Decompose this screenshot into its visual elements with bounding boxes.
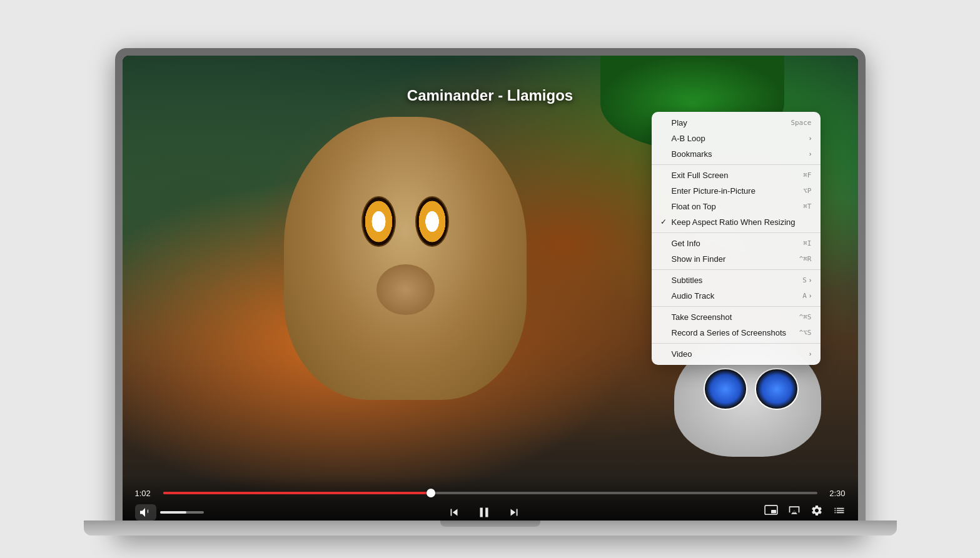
separator-4 bbox=[652, 306, 821, 307]
total-time: 2:30 bbox=[824, 489, 846, 498]
airplay-button[interactable] bbox=[788, 504, 801, 520]
video-title: Caminander - Llamigos bbox=[407, 87, 573, 104]
creature-eye-left bbox=[704, 368, 748, 409]
bookmarks-chevron-icon: › bbox=[809, 150, 812, 157]
separator-1 bbox=[652, 164, 821, 165]
menu-item-record-screenshots[interactable]: Record a Series of Screenshots ^⌥S bbox=[652, 325, 821, 341]
svg-rect-1 bbox=[771, 510, 776, 513]
menu-audio-label: Audio Track bbox=[672, 291, 715, 301]
airplay-icon bbox=[788, 504, 801, 517]
menu-subtitles-shortcut: S bbox=[802, 276, 807, 284]
menu-get-info-shortcut: ⌘I bbox=[803, 239, 811, 247]
audio-chevron-icon: › bbox=[809, 292, 812, 299]
progress-row: 1:02 2:30 bbox=[135, 489, 846, 498]
menu-item-take-screenshot[interactable]: Take Screenshot ^⌘S bbox=[652, 309, 821, 325]
laptop-notch bbox=[440, 521, 540, 527]
llama-eye-left bbox=[361, 196, 395, 247]
menu-pip-label: Enter Picture-in-Picture bbox=[672, 186, 755, 196]
separator-2 bbox=[652, 232, 821, 233]
settings-icon bbox=[811, 504, 823, 517]
menu-play-shortcut: Space bbox=[791, 119, 811, 127]
volume-slider[interactable] bbox=[160, 511, 204, 514]
menu-exit-fs-shortcut: ⌘F bbox=[803, 171, 811, 179]
menu-item-pip[interactable]: Enter Picture-in-Picture ⌥P bbox=[652, 183, 821, 199]
subtitles-chevron-icon: › bbox=[809, 276, 812, 284]
menu-get-info-label: Get Info bbox=[672, 239, 700, 248]
menu-item-play[interactable]: Play Space bbox=[652, 115, 821, 131]
menu-item-show-finder[interactable]: Show in Finder ^⌘R bbox=[652, 251, 821, 267]
menu-item-float-on-top[interactable]: Float on Top ⌘T bbox=[652, 199, 821, 214]
next-button[interactable] bbox=[507, 506, 521, 519]
video-player: Caminander - Llamigos Play Space bbox=[123, 56, 858, 528]
previous-button[interactable] bbox=[447, 506, 461, 519]
menu-screenshot-shortcut: ^⌘S bbox=[799, 313, 812, 321]
center-controls bbox=[209, 504, 759, 521]
pip-icon bbox=[764, 505, 778, 516]
laptop-body: Caminander - Llamigos Play Space bbox=[115, 48, 866, 536]
pause-button[interactable] bbox=[476, 504, 492, 521]
menu-item-subtitles[interactable]: Subtitles S › bbox=[652, 272, 821, 288]
menu-item-bookmarks[interactable]: Bookmarks › bbox=[652, 146, 821, 162]
playlist-button[interactable] bbox=[833, 504, 846, 520]
ab-loop-chevron-icon: › bbox=[809, 134, 812, 142]
playlist-icon bbox=[833, 504, 846, 517]
laptop-wrapper: Caminander - Llamigos Play Space bbox=[115, 23, 866, 536]
creature-eye-right bbox=[755, 368, 799, 409]
menu-audio-shortcut: A bbox=[802, 292, 807, 300]
menu-keep-aspect-label: Keep Aspect Ratio When Resizing bbox=[672, 217, 796, 227]
menu-bookmarks-label: Bookmarks bbox=[672, 149, 712, 159]
screen-bezel: Caminander - Llamigos Play Space bbox=[123, 56, 858, 528]
llama-eye-right bbox=[415, 196, 449, 247]
menu-finder-shortcut: ^⌘R bbox=[799, 255, 812, 263]
previous-icon bbox=[447, 506, 461, 519]
buttons-row bbox=[135, 504, 846, 521]
video-chevron-icon: › bbox=[809, 350, 812, 357]
check-keep-aspect: ✓ bbox=[660, 217, 669, 226]
menu-item-audio-track[interactable]: Audio Track A › bbox=[652, 288, 821, 304]
menu-item-get-info[interactable]: Get Info ⌘I bbox=[652, 236, 821, 251]
progress-bar[interactable] bbox=[163, 492, 817, 494]
llama-head bbox=[284, 117, 527, 401]
context-menu: Play Space A-B Loop › bbox=[652, 112, 821, 365]
menu-float-label: Float on Top bbox=[672, 202, 716, 211]
right-controls bbox=[764, 504, 846, 520]
menu-exit-fs-label: Exit Full Screen bbox=[672, 171, 729, 180]
next-icon bbox=[507, 506, 521, 519]
volume-section bbox=[135, 504, 204, 521]
volume-button[interactable] bbox=[135, 504, 156, 521]
menu-subtitles-label: Subtitles bbox=[672, 276, 703, 285]
menu-ab-loop-label: A-B Loop bbox=[672, 134, 705, 143]
settings-button[interactable] bbox=[811, 504, 823, 520]
pause-icon bbox=[476, 504, 492, 521]
menu-item-keep-aspect[interactable]: ✓ Keep Aspect Ratio When Resizing bbox=[652, 214, 821, 230]
separator-5 bbox=[652, 343, 821, 344]
llama-nose bbox=[376, 264, 435, 316]
separator-3 bbox=[652, 269, 821, 270]
menu-item-exit-fullscreen[interactable]: Exit Full Screen ⌘F bbox=[652, 167, 821, 183]
llama-character bbox=[196, 79, 637, 457]
menu-finder-label: Show in Finder bbox=[672, 254, 726, 264]
current-time: 1:02 bbox=[135, 489, 157, 498]
pip-button[interactable] bbox=[764, 505, 778, 519]
menu-screenshot-label: Take Screenshot bbox=[672, 312, 732, 322]
progress-fill bbox=[163, 492, 432, 494]
progress-thumb[interactable] bbox=[427, 489, 435, 497]
menu-float-shortcut: ⌘T bbox=[803, 202, 811, 211]
menu-video-label: Video bbox=[672, 349, 692, 359]
menu-pip-shortcut: ⌥P bbox=[803, 187, 811, 195]
volume-icon bbox=[140, 508, 151, 517]
menu-item-video[interactable]: Video › bbox=[652, 346, 821, 362]
menu-record-shortcut: ^⌥S bbox=[799, 329, 812, 337]
menu-item-ab-loop[interactable]: A-B Loop › bbox=[652, 131, 821, 146]
laptop-base bbox=[84, 521, 897, 536]
menu-record-label: Record a Series of Screenshots bbox=[672, 328, 787, 337]
menu-play-label: Play bbox=[672, 118, 687, 127]
